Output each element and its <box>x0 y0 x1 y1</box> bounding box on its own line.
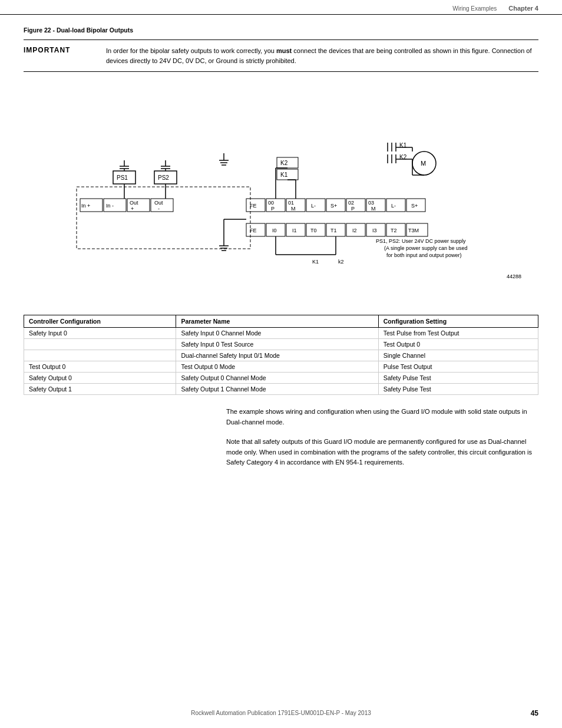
table-cell: Safety Pulse Test <box>378 384 538 395</box>
k2-bottom-label: k2 <box>338 259 344 265</box>
page-footer: Rockwell Automation Publication 1791ES-U… <box>0 710 562 716</box>
table-cell: Safety Input 0 Channel Mode <box>176 328 378 339</box>
table-cell: Safety Output 1 Channel Mode <box>176 384 378 395</box>
table-cell: Safety Output 0 Channel Mode <box>176 373 378 384</box>
table-cell: Test Output 0 Mode <box>176 361 378 373</box>
table-row: Safety Output 0Safety Output 0 Channel M… <box>24 373 538 384</box>
table-cell <box>24 350 176 361</box>
out-plus-label: Out <box>130 200 138 206</box>
fe2-label: FE <box>250 228 257 233</box>
wiring-diagram: K1 K2 M K2 K1 <box>24 84 538 303</box>
ps-note-line1: PS1, PS2: User 24V DC power supply <box>376 238 466 244</box>
page-content: Figure 22 - Dual-load Bipolar Outputs IM… <box>0 15 562 501</box>
body-paragraph-1: The example shows wiring and configurati… <box>226 407 538 427</box>
publication-info: Rockwell Automation Publication 1791ES-U… <box>191 710 371 716</box>
table-cell <box>24 339 176 350</box>
01m-sub: M <box>291 206 296 212</box>
table-cell: Test Output 0 <box>24 361 176 373</box>
out-plus-sub: + <box>131 206 134 212</box>
i1-label: I1 <box>292 228 297 233</box>
table-row: Safety Input 0 Test SourceTest Output 0 <box>24 339 538 350</box>
00p-label: 00 <box>268 200 274 206</box>
in-plus-label: In + <box>81 203 90 209</box>
table-cell: Dual-channel Safety Input 0/1 Mode <box>176 350 378 361</box>
s-plus1r-label: S+ <box>411 203 418 209</box>
section-label: Wiring Examples <box>452 5 497 12</box>
t1-label: T1 <box>330 228 337 233</box>
diagram-svg: K1 K2 M K2 K1 <box>24 84 538 302</box>
ps2-label: PS2 <box>158 174 169 181</box>
t0-label: T0 <box>310 228 317 233</box>
fe1-label: FE <box>250 203 257 209</box>
i2-label: I2 <box>352 228 357 233</box>
table-row: Safety Input 0Safety Input 0 Channel Mod… <box>24 328 538 339</box>
02p-sub: P <box>351 206 355 212</box>
table-cell: Pulse Test Output <box>378 361 538 373</box>
out-minus-label: Out <box>154 200 163 206</box>
table-cell: Safety Output 1 <box>24 384 176 395</box>
l-minus1r-label: L- <box>391 203 396 209</box>
ps1-label: PS1 <box>117 174 128 181</box>
02p-label: 02 <box>348 200 354 206</box>
table-row: Test Output 0Test Output 0 ModePulse Tes… <box>24 361 538 373</box>
important-text: In order for the bipolar safety outputs … <box>106 46 538 65</box>
table-cell: Safety Pulse Test <box>378 373 538 384</box>
i3-label: I3 <box>372 228 377 233</box>
ps-note-line2: (A single power supply can be used <box>384 245 468 251</box>
k2-box-label: K2 <box>280 160 288 166</box>
figure-label: Figure 22 - Dual-load Bipolar Outputs <box>24 27 538 34</box>
important-box: IMPORTANT In order for the bipolar safet… <box>24 39 538 72</box>
03m-label: 03 <box>368 200 374 206</box>
motor-m-label: M <box>421 160 426 167</box>
table-row: Dual-channel Safety Input 0/1 ModeSingle… <box>24 350 538 361</box>
page-header: Wiring Examples Chapter 4 <box>0 0 562 15</box>
col-header-parameter: Parameter Name <box>176 315 378 328</box>
config-table: Controller Configuration Parameter Name … <box>24 315 538 395</box>
body-paragraph-2: Note that all safety outputs of this Gua… <box>226 437 538 468</box>
t2-label: T2 <box>391 228 397 233</box>
table-cell: Test Pulse from Test Output <box>378 328 538 339</box>
t3m-label: T3M <box>408 228 419 233</box>
l-minus1-label: L- <box>311 203 316 209</box>
03m-sub: M <box>371 206 376 212</box>
s-plus1-label: S+ <box>330 203 337 209</box>
table-cell: Safety Input 0 Test Source <box>176 339 378 350</box>
00p-sub: P <box>271 206 275 212</box>
table-row: Safety Output 1Safety Output 1 Channel M… <box>24 384 538 395</box>
table-cell: Safety Input 0 <box>24 328 176 339</box>
table-cell: Test Output 0 <box>378 339 538 350</box>
out-minus-sub: - <box>158 206 160 212</box>
in-minus-label: In - <box>106 203 114 209</box>
table-cell: Single Channel <box>378 350 538 361</box>
image-number: 44288 <box>507 274 521 279</box>
i0-label: I0 <box>272 228 277 233</box>
important-label: IMPORTANT <box>24 46 106 65</box>
col-header-controller: Controller Configuration <box>24 315 176 328</box>
k1-box-label: K1 <box>280 172 288 178</box>
page-number: 45 <box>531 709 538 717</box>
col-header-setting: Configuration Setting <box>378 315 538 328</box>
chapter-text: Chapter 4 <box>508 5 538 12</box>
k1-bottom-label: K1 <box>312 259 319 265</box>
ps-note-line3: for both input and output power) <box>386 252 462 258</box>
01m-label: 01 <box>288 200 294 206</box>
chapter-label: Chapter 4 <box>508 5 538 12</box>
table-cell: Safety Output 0 <box>24 373 176 384</box>
important-bold-word: must <box>276 47 292 54</box>
important-text-before: In order for the bipolar safety outputs … <box>106 47 276 54</box>
